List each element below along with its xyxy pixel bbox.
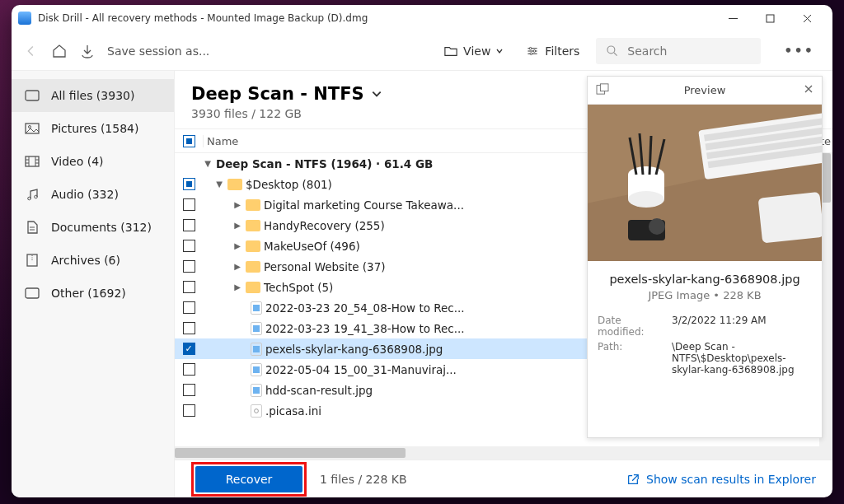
more-menu[interactable]: •••	[777, 40, 821, 62]
minimize-button[interactable]	[715, 5, 752, 31]
home-button[interactable]	[51, 43, 68, 59]
film-icon	[25, 154, 40, 169]
svg-rect-13	[253, 305, 260, 311]
checkbox[interactable]	[183, 384, 195, 396]
image-file-icon	[251, 343, 262, 356]
svg-rect-8	[26, 156, 39, 166]
maximize-button[interactable]	[752, 5, 789, 31]
toolbar: Save session as... View Filters •••	[12, 31, 832, 71]
scan-subtitle: 3930 files / 122 GB	[191, 107, 382, 120]
title-bar: Disk Drill - All recovery methods - Moun…	[12, 5, 832, 31]
svg-rect-15	[253, 346, 260, 352]
image-icon	[25, 121, 40, 136]
checkbox[interactable]	[183, 281, 195, 293]
footer-bar: Recover 1 files / 228 KB Show scan resul…	[175, 460, 832, 497]
sidebar: All files (3930) Pictures (1584) Video (…	[12, 71, 175, 497]
svg-rect-17	[253, 387, 260, 394]
svg-point-2	[533, 49, 536, 52]
sidebar-item-archives[interactable]: Archives (6)	[12, 244, 174, 277]
path-value: \Deep Scan - NTFS\$Desktop\pexels-skylar…	[672, 341, 812, 376]
horizontal-scrollbar[interactable]	[175, 446, 832, 460]
image-file-icon	[251, 301, 262, 315]
preview-panel: Preview	[587, 76, 823, 438]
svg-rect-28	[758, 192, 822, 244]
folder-icon	[246, 220, 260, 231]
search-icon	[606, 44, 619, 58]
app-window: Disk Drill - All recovery methods - Moun…	[12, 5, 832, 497]
search-box[interactable]	[596, 38, 761, 64]
preview-filename: pexels-skylar-kang-6368908.jpg	[598, 273, 812, 286]
close-preview-button[interactable]	[804, 84, 814, 96]
rect-icon	[25, 286, 40, 301]
checkbox[interactable]	[183, 301, 195, 314]
recover-button[interactable]: Recover	[195, 466, 302, 492]
date-modified-label: Date modified:	[598, 315, 665, 338]
checkbox[interactable]	[183, 219, 195, 231]
checkbox[interactable]	[183, 178, 195, 190]
music-icon	[25, 187, 40, 202]
svg-point-1	[530, 47, 532, 49]
svg-rect-16	[253, 366, 260, 373]
svg-rect-12	[26, 288, 39, 298]
sidebar-item-documents[interactable]: Documents (312)	[12, 211, 174, 244]
checkbox[interactable]	[183, 322, 195, 334]
svg-point-31	[628, 191, 664, 208]
image-file-icon	[251, 384, 262, 397]
close-button[interactable]	[789, 5, 826, 31]
folder-icon	[443, 44, 458, 58]
checkbox[interactable]	[183, 363, 195, 376]
filters-button[interactable]: Filters	[520, 41, 584, 61]
rect-icon	[25, 88, 40, 103]
search-input[interactable]	[627, 44, 751, 58]
sidebar-item-pictures[interactable]: Pictures (1584)	[12, 112, 174, 145]
open-external-icon	[626, 473, 640, 486]
sidebar-item-other[interactable]: Other (1692)	[12, 277, 174, 310]
show-in-explorer-link[interactable]: Show scan results in Explorer	[626, 473, 816, 486]
folder-icon	[246, 282, 260, 293]
svg-rect-5	[26, 91, 39, 100]
checkbox[interactable]	[183, 260, 195, 273]
svg-rect-20	[600, 84, 608, 91]
svg-point-7	[29, 126, 31, 128]
preview-image	[588, 105, 822, 261]
sliders-icon	[525, 44, 540, 58]
svg-point-33	[649, 218, 665, 235]
svg-point-18	[255, 408, 259, 413]
chevron-down-icon[interactable]: ▼	[203, 159, 213, 168]
save-session-icon[interactable]	[79, 43, 96, 59]
svg-point-4	[607, 46, 615, 54]
checkbox[interactable]	[183, 343, 195, 355]
preview-title: Preview	[684, 84, 726, 96]
window-title: Disk Drill - All recovery methods - Moun…	[38, 12, 715, 24]
chevron-right-icon[interactable]: ▶	[232, 221, 242, 230]
chevron-right-icon[interactable]: ▶	[232, 241, 242, 250]
chevron-right-icon[interactable]: ▶	[232, 200, 242, 209]
column-checkbox[interactable]	[175, 135, 203, 147]
chevron-down-icon	[495, 47, 504, 55]
svg-point-3	[530, 52, 532, 54]
chevron-right-icon[interactable]: ▶	[232, 262, 242, 271]
preview-filetype: JPEG Image • 228 KB	[598, 289, 812, 301]
popout-icon[interactable]	[596, 83, 609, 97]
document-icon	[25, 220, 40, 235]
selection-stat: 1 files / 228 KB	[320, 473, 407, 486]
sidebar-item-all-files[interactable]: All files (3930)	[12, 79, 174, 112]
chevron-right-icon[interactable]: ▶	[232, 282, 242, 292]
chevron-down-icon[interactable]: ▼	[214, 180, 224, 189]
folder-icon	[227, 179, 242, 190]
back-button[interactable]	[23, 43, 40, 59]
sidebar-item-video[interactable]: Video (4)	[12, 145, 174, 178]
checkbox[interactable]	[183, 198, 195, 211]
svg-rect-14	[253, 325, 260, 332]
chevron-down-icon	[371, 88, 382, 100]
folder-icon	[246, 199, 260, 211]
folder-icon	[246, 240, 260, 252]
view-menu[interactable]: View	[438, 41, 509, 61]
archive-icon	[25, 253, 40, 268]
checkbox[interactable]	[183, 404, 195, 417]
date-modified-value: 3/2/2022 11:29 AM	[672, 315, 812, 338]
checkbox[interactable]	[183, 240, 195, 252]
sidebar-item-audio[interactable]: Audio (332)	[12, 178, 174, 211]
scan-title[interactable]: Deep Scan - NTFS	[191, 84, 382, 104]
save-session-label[interactable]: Save session as...	[107, 44, 209, 58]
